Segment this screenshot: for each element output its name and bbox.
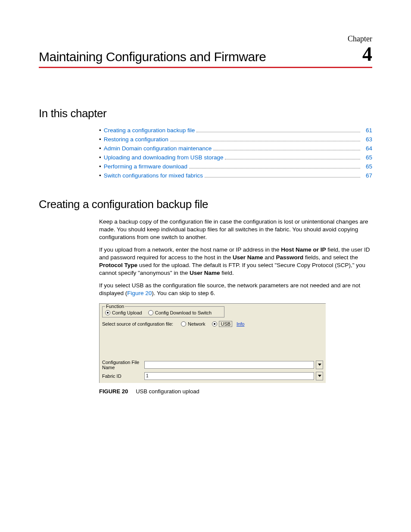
config-upload-screenshot: Function Config Upload Config Download t… (99, 303, 326, 383)
toc-link[interactable]: Uploading and downloading from USB stora… (104, 154, 224, 161)
toc-link[interactable]: Restoring a configuration (104, 136, 168, 143)
text: fields, and select the (303, 254, 358, 261)
radio-icon[interactable] (212, 321, 217, 327)
toc-link[interactable]: Switch configurations for mixed fabrics (104, 172, 203, 179)
body-content: Keep a backup copy of the configuration … (99, 218, 372, 297)
chapter-title: Maintaining Configurations and Firmware (39, 50, 266, 64)
bullet-icon: • (99, 127, 101, 134)
toc-item: • Admin Domain configuration maintenance… (99, 145, 372, 152)
config-filename-input[interactable] (144, 361, 314, 369)
toc-page[interactable]: 61 (363, 127, 372, 134)
bullet-icon: • (99, 136, 101, 143)
radio-label-upload[interactable]: Config Upload (112, 310, 142, 315)
toc-dots (225, 159, 360, 159)
bullet-icon: • (99, 163, 101, 170)
text: ). You can skip to step 6. (152, 290, 215, 296)
chapter-number: 4 (362, 44, 372, 64)
toc-page[interactable]: 65 (363, 163, 372, 170)
source-label: Select source of configuration file: (102, 321, 173, 327)
bold-text: Host Name or IP (281, 246, 326, 253)
table-of-contents: • Creating a configuration backup file 6… (99, 127, 372, 179)
function-fieldset: Function Config Upload Config Download t… (102, 306, 224, 317)
toc-dots (205, 177, 360, 177)
toc-item: • Uploading and downloading from USB sto… (99, 154, 372, 161)
toc-page[interactable]: 63 (363, 136, 372, 143)
bold-text: User Name (190, 270, 220, 276)
chevron-down-icon[interactable] (316, 361, 323, 369)
toc-item: • Restoring a configuration 63 (99, 136, 372, 143)
bold-text: User Name (233, 254, 263, 261)
bullet-icon: • (99, 145, 101, 152)
figure-label: FIGURE 20 (99, 388, 128, 395)
bullet-icon: • (99, 172, 101, 179)
bold-text: Protocol Type (99, 262, 137, 268)
toc-item: • Performing a firmware download 65 (99, 163, 372, 170)
radio-label-usb[interactable]: USB (219, 321, 232, 327)
svg-marker-1 (318, 375, 321, 377)
fieldset-legend: Function (105, 304, 125, 309)
bullet-icon: • (99, 154, 101, 161)
toc-dots (196, 132, 360, 132)
toc-item: • Creating a configuration backup file 6… (99, 127, 372, 134)
radio-icon[interactable] (105, 310, 110, 315)
fabric-id-input[interactable]: 1 (144, 372, 314, 380)
paragraph: If you select USB as the configuration f… (99, 282, 372, 297)
toc-page[interactable]: 65 (363, 154, 372, 161)
chevron-down-icon[interactable] (316, 372, 323, 380)
radio-label-network[interactable]: Network (188, 321, 205, 327)
config-filename-label: Configuration File Name (102, 360, 143, 370)
paragraph: If you upload from a network, enter the … (99, 246, 372, 277)
section-in-this-chapter: In this chapter (39, 107, 372, 120)
radio-label-download[interactable]: Config Download to Switch (155, 310, 212, 315)
figure-reference-link[interactable]: Figure 20 (127, 290, 152, 296)
text: field. (220, 270, 234, 276)
toc-dots (170, 141, 360, 141)
toc-link[interactable]: Creating a configuration backup file (104, 127, 195, 134)
paragraph: Keep a backup copy of the configuration … (99, 218, 372, 242)
toc-page[interactable]: 67 (363, 172, 372, 179)
bold-text: Password (276, 254, 304, 261)
text: If you upload from a network, enter the … (99, 246, 281, 253)
toc-page[interactable]: 64 (363, 145, 372, 152)
figure-20: Function Config Upload Config Download t… (99, 303, 372, 395)
toc-dots (189, 168, 360, 168)
figure-caption: FIGURE 20USB configuration upload (99, 388, 372, 395)
fabric-id-label: Fabric ID (102, 373, 143, 379)
chapter-header: Maintaining Configurations and Firmware … (39, 44, 372, 68)
toc-item: • Switch configurations for mixed fabric… (99, 172, 372, 179)
figure-caption-text: USB configuration upload (136, 388, 199, 395)
toc-dots (213, 150, 360, 150)
svg-marker-0 (318, 364, 321, 366)
toc-link[interactable]: Performing a firmware download (104, 163, 187, 170)
text: and (263, 254, 276, 261)
section-creating-backup: Creating a configuration backup file (39, 198, 372, 211)
chapter-label: Chapter (39, 34, 372, 44)
toc-link[interactable]: Admin Domain configuration maintenance (104, 145, 212, 152)
radio-icon[interactable] (148, 310, 153, 315)
info-link[interactable]: Info (237, 321, 244, 327)
radio-icon[interactable] (181, 321, 186, 327)
